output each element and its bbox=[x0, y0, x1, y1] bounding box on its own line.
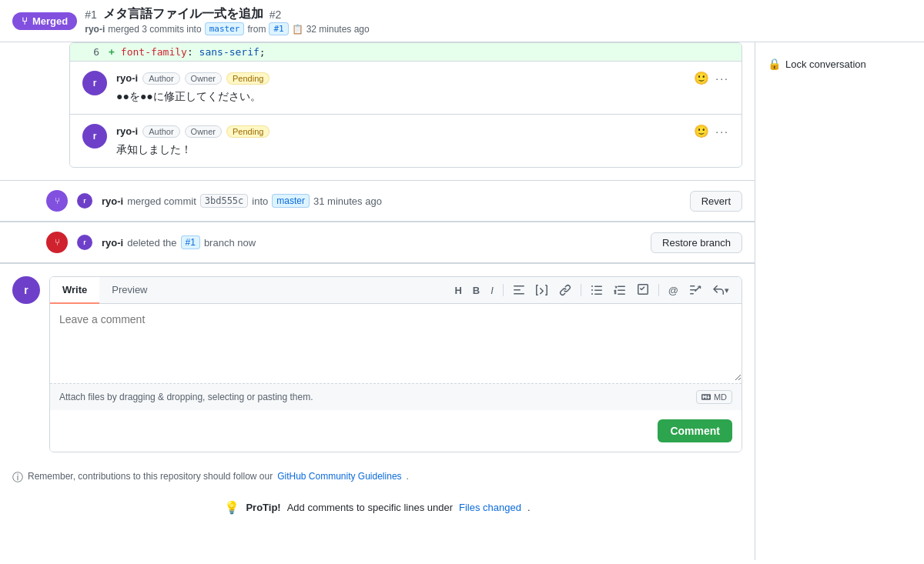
toolbar-heading-btn[interactable]: H bbox=[450, 282, 466, 299]
avatar: r bbox=[82, 71, 107, 95]
toolbar-quote-btn[interactable] bbox=[508, 282, 530, 299]
diff-line-number: 6 bbox=[76, 46, 99, 58]
lock-conversation-button[interactable]: 🔒 Lock conversation bbox=[768, 55, 866, 73]
user-avatar: r bbox=[12, 276, 40, 304]
content-area: 6 + font-family: sans-serif; r ryo-i Aut… bbox=[0, 42, 755, 560]
timeline-avatar: r bbox=[77, 193, 92, 209]
timeline-icon-delete: ⑂ bbox=[46, 232, 68, 253]
main-container: 6 + font-family: sans-serif; r ryo-i Aut… bbox=[0, 42, 924, 560]
numbered-list-icon bbox=[614, 284, 626, 296]
link-icon bbox=[559, 284, 571, 296]
markdown-icon: MD bbox=[696, 390, 732, 404]
toolbar-italic-btn[interactable]: I bbox=[486, 282, 498, 299]
toolbar-task-btn[interactable] bbox=[632, 282, 654, 299]
toolbar-link-btn[interactable] bbox=[554, 282, 576, 299]
lock-icon: 🔒 bbox=[768, 58, 781, 70]
reference-icon bbox=[689, 284, 701, 296]
pr-header: ⑂ Merged #1 メタ言語ファイル一式を追加 #2 ryo-i merge… bbox=[0, 0, 924, 42]
comment-author: ryo-i bbox=[116, 72, 138, 84]
comment-body: ryo-i Author Owner Pending 🙂 ··· 承知しました！ bbox=[116, 124, 729, 158]
protip-label: ProTip! bbox=[246, 502, 280, 513]
timeline-delete-text: ryo-i deleted the #1 branch now bbox=[102, 235, 641, 249]
avatar: r bbox=[82, 124, 107, 149]
emoji-react-btn[interactable]: 🙂 bbox=[694, 124, 709, 138]
diff-code: font-family: sans-serif; bbox=[121, 46, 266, 58]
bullet-list-icon bbox=[591, 284, 603, 296]
comment-text: ●●を●●に修正してください。 bbox=[116, 88, 729, 105]
comment-actions: 🙂 ··· bbox=[694, 124, 729, 138]
pr-action: merged 3 commits into bbox=[108, 24, 201, 35]
tab-write[interactable]: Write bbox=[50, 277, 99, 304]
merge-icon: ⑂ bbox=[22, 15, 28, 27]
toolbar-code-btn[interactable] bbox=[531, 282, 553, 299]
toolbar-bold-btn[interactable]: B bbox=[468, 282, 484, 299]
badge-author: Author bbox=[142, 72, 179, 85]
footer-note: ⓘ Remember, contributions to this reposi… bbox=[0, 465, 755, 491]
time-ago: 32 minutes ago bbox=[306, 24, 370, 35]
badge-owner: Owner bbox=[185, 72, 222, 85]
guidelines-period: . bbox=[407, 471, 409, 482]
editor-footer: Attach files by dragging & dropping, sel… bbox=[50, 383, 742, 410]
revert-button[interactable]: Revert bbox=[690, 191, 742, 212]
pr-meta: ryo-i merged 3 commits into master from … bbox=[85, 22, 912, 35]
clipboard-icon[interactable]: 📋 bbox=[292, 24, 303, 35]
lightbulb-icon: 💡 bbox=[224, 500, 239, 515]
comment-author: ryo-i bbox=[116, 125, 138, 137]
protip: 💡 ProTip! Add comments to specific lines… bbox=[0, 491, 755, 524]
badge-owner: Owner bbox=[185, 125, 222, 138]
toolbar-numbered-btn[interactable] bbox=[609, 282, 631, 299]
diff-comments: r ryo-i Author Owner Pending 🙂 ··· bbox=[70, 61, 742, 167]
diff-line: 6 + font-family: sans-serif; bbox=[70, 43, 742, 61]
more-options-btn[interactable]: ··· bbox=[715, 125, 729, 138]
timeline-author: ryo-i bbox=[102, 195, 123, 207]
attach-text: Attach files by dragging & dropping, sel… bbox=[59, 392, 313, 402]
comment-text: 承知しました！ bbox=[116, 142, 729, 158]
toolbar-reply-btn[interactable]: ▾ bbox=[708, 282, 734, 299]
branch-tag: #1 bbox=[181, 235, 200, 249]
pr-number-prefix: #1 bbox=[85, 8, 97, 21]
comment-textarea[interactable] bbox=[50, 304, 742, 381]
emoji-react-btn[interactable]: 🙂 bbox=[694, 71, 709, 85]
toolbar-divider bbox=[503, 284, 504, 296]
pr-title: メタ言語ファイル一式を追加 bbox=[103, 6, 263, 22]
comment-editor-section: r Write Preview H B I bbox=[0, 264, 755, 465]
branch-tag: master bbox=[272, 194, 310, 208]
commit-hash: 3bd555c bbox=[200, 194, 249, 208]
tab-preview[interactable]: Preview bbox=[99, 277, 159, 304]
comment-submit-button[interactable]: Comment bbox=[658, 419, 732, 442]
editor-tabs: Write Preview H B I bbox=[50, 277, 742, 304]
timeline-merge-text: ryo-i merged commit 3bd555c into master … bbox=[102, 194, 681, 208]
diff-block: 6 + font-family: sans-serif; r ryo-i Aut… bbox=[69, 42, 742, 168]
editor-toolbar: H B I bbox=[442, 277, 742, 303]
badge-pending: Pending bbox=[226, 72, 270, 85]
remember-text: Remember, contributions to this reposito… bbox=[28, 471, 273, 482]
timeline-merge-event: ⑂ r ryo-i merged commit 3bd555c into mas… bbox=[0, 181, 755, 222]
quote-icon bbox=[513, 284, 525, 296]
toolbar-ref-btn[interactable] bbox=[685, 282, 706, 299]
comment-header: ryo-i Author Owner Pending 🙂 ··· bbox=[116, 71, 729, 85]
files-changed-link[interactable]: Files changed bbox=[459, 502, 521, 513]
sidebar: 🔒 Lock conversation bbox=[755, 42, 924, 560]
guidelines-link[interactable]: GitHub Community Guidelines bbox=[277, 471, 401, 482]
diff-plus: + bbox=[109, 46, 115, 58]
comment-item: r ryo-i Author Owner Pending 🙂 ··· bbox=[70, 62, 742, 115]
toolbar-bullet-btn[interactable] bbox=[586, 282, 608, 299]
restore-branch-button[interactable]: Restore branch bbox=[651, 232, 742, 253]
comment-header: ryo-i Author Owner Pending 🙂 ··· bbox=[116, 124, 729, 138]
toolbar-divider-2 bbox=[581, 284, 581, 296]
merged-label: Merged bbox=[32, 15, 68, 27]
badge-author: Author bbox=[142, 125, 179, 138]
branch-target: master bbox=[205, 22, 245, 35]
editor-box: Write Preview H B I bbox=[49, 276, 742, 452]
toolbar-mention-btn[interactable]: @ bbox=[664, 282, 683, 299]
timeline-delete-event: ⑂ r ryo-i deleted the #1 branch now Rest… bbox=[0, 222, 755, 263]
pr-number-suffix: #2 bbox=[270, 8, 282, 21]
reply-icon bbox=[712, 284, 725, 296]
more-options-btn[interactable]: ··· bbox=[715, 72, 729, 85]
from-text: from bbox=[247, 24, 266, 35]
badge-pending: Pending bbox=[226, 125, 270, 138]
lock-label: Lock conversation bbox=[785, 58, 866, 70]
protip-end: . bbox=[527, 502, 531, 513]
timeline-avatar: r bbox=[77, 235, 92, 250]
merged-badge: ⑂ Merged bbox=[12, 12, 77, 30]
